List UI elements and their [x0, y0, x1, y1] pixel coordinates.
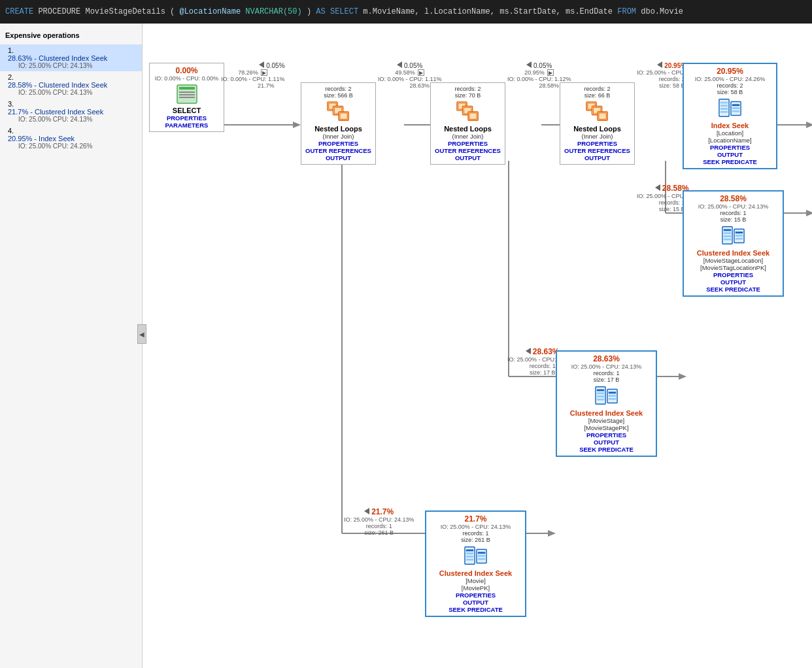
- clustered3-detail1: [Movie]: [430, 577, 521, 584]
- svg-rect-51: [723, 232, 730, 234]
- select-link-properties[interactable]: PROPERTIES: [154, 114, 220, 122]
- clustered1-records: records: 1: [688, 210, 779, 216]
- sidebar-item-main: 28.58% - Clustered Index Seek: [8, 81, 137, 89]
- nested1-node: records: 2 size: 566 B Nested Loops (Inn…: [301, 82, 376, 165]
- clustered1-link-props[interactable]: PROPERTIES: [688, 271, 779, 278]
- svg-rect-43: [720, 108, 727, 110]
- clustered3-pct: 21.7%: [430, 514, 521, 524]
- index-seek-link-output[interactable]: OUTPUT: [688, 151, 772, 158]
- sidebar-item-1[interactable]: 1. 28.63% - Clustered Index SeekIO: 25.0…: [0, 44, 142, 71]
- sidebar-item-main: 21.7% - Clustered Index Seek: [8, 108, 137, 116]
- nested3-size: size: 66 B: [564, 92, 630, 99]
- clustered2-size: size: 17 B: [561, 376, 652, 383]
- svg-rect-69: [465, 552, 473, 554]
- nested3-detail: (Inner Join): [564, 133, 630, 140]
- svg-rect-75: [477, 558, 484, 560]
- svg-rect-64: [608, 392, 615, 393]
- svg-rect-42: [720, 105, 727, 107]
- svg-rect-59: [596, 390, 603, 392]
- clustered3-link-output[interactable]: OUTPUT: [430, 599, 521, 606]
- svg-rect-53: [723, 239, 730, 241]
- nested2-node: records: 2 size: 70 B Nested Loops (Inne…: [430, 82, 505, 165]
- clustered2-link-seek[interactable]: SEEK PREDICATE: [561, 446, 652, 453]
- svg-rect-18: [179, 87, 195, 90]
- sidebar-item-main: 20.95% - Index Seek: [8, 135, 137, 142]
- nested1-opname: Nested Loops: [305, 125, 371, 133]
- svg-rect-61: [596, 395, 603, 397]
- clustered3-opname: Clustered Index Seek: [430, 569, 521, 577]
- diagram-area: 0.00% IO: 0.00% - CPU: 0.00% SELECT PROP…: [143, 24, 812, 668]
- clustered2-link-output[interactable]: OUTPUT: [561, 439, 652, 446]
- flow-nested1-clustered3: 21.7% IO: 25.00% - CPU: 24.13% records: …: [344, 507, 414, 536]
- svg-rect-48: [732, 110, 739, 112]
- nested1-detail: (Inner Join): [305, 133, 371, 140]
- main-layout: Expensive operations 1. 28.63% - Cluster…: [0, 24, 812, 668]
- nested1-link-outer[interactable]: OUTER REFERENCES: [305, 147, 371, 154]
- clustered1-opname: Clustered Index Seek: [688, 249, 779, 257]
- clustered1-detail1: [MovieStageLocation]: [688, 257, 779, 264]
- clustered1-pct: 28.58%: [688, 194, 779, 203]
- svg-rect-70: [465, 556, 473, 558]
- sidebar-item-num: 1.: [8, 46, 14, 54]
- svg-rect-74: [477, 555, 484, 557]
- svg-rect-73: [477, 552, 484, 554]
- sidebar-item-io: IO: 25.00% CPU: 24.13%: [8, 116, 137, 123]
- index-seek-link-props[interactable]: PROPERTIES: [688, 144, 772, 151]
- nested1-size: size: 566 B: [305, 92, 371, 99]
- nested3-opname: Nested Loops: [564, 125, 630, 133]
- sidebar-item-4[interactable]: 4. 20.95% - Index SeekIO: 25.00% CPU: 24…: [0, 125, 142, 152]
- svg-marker-14: [806, 210, 812, 216]
- clustered2-io: IO: 25.00% - CPU: 24.13%: [561, 363, 652, 370]
- sidebar-title: Expensive operations: [0, 29, 142, 44]
- sidebar-item-num: 4.: [8, 127, 14, 135]
- index-seek-records: records: 2: [688, 82, 772, 89]
- clustered3-link-seek[interactable]: SEEK PREDICATE: [430, 606, 521, 613]
- diagram-content: 0.00% IO: 0.00% - CPU: 0.00% SELECT PROP…: [143, 24, 812, 668]
- nested1-link-props[interactable]: PROPERTIES: [305, 140, 371, 147]
- svg-rect-68: [465, 550, 473, 552]
- clustered2-records: records: 1: [561, 370, 652, 376]
- svg-marker-10: [293, 122, 301, 128]
- nested1-link-output[interactable]: OUTPUT: [305, 154, 371, 161]
- nested3-link-outer[interactable]: OUTER REFERENCES: [564, 147, 630, 154]
- clustered2-detail2: [MovieStagePK]: [561, 424, 652, 431]
- code-bar: CREATE PROCEDURE MovieStageDetails ( @Lo…: [0, 0, 812, 24]
- nested3-link-props[interactable]: PROPERTIES: [564, 140, 630, 147]
- collapse-handle[interactable]: ◀: [137, 324, 146, 344]
- nested3-icon: [586, 101, 609, 122]
- nested3-link-output[interactable]: OUTPUT: [564, 154, 630, 161]
- clustered1-detail2: [MovieSTagLocationPK]: [688, 264, 779, 271]
- nested2-size: size: 70 B: [435, 92, 501, 99]
- svg-marker-15: [679, 373, 686, 380]
- clustered2-link-props[interactable]: PROPERTIES: [561, 431, 652, 439]
- expand-icon-3[interactable]: ▶: [547, 69, 554, 76]
- nested2-link-outer[interactable]: OUTER REFERENCES: [435, 147, 501, 154]
- clustered3-icon: [464, 546, 488, 567]
- sidebar: Expensive operations 1. 28.63% - Cluster…: [0, 24, 143, 668]
- index-seek-icon: [719, 98, 742, 119]
- sidebar-items-container: 1. 28.63% - Clustered Index SeekIO: 25.0…: [0, 44, 142, 152]
- clustered1-link-output[interactable]: OUTPUT: [688, 278, 779, 286]
- nested2-link-props[interactable]: PROPERTIES: [435, 140, 501, 147]
- index-seek-link-seek[interactable]: SEEK PREDICATE: [688, 158, 772, 165]
- expand-icon-1[interactable]: ▶: [261, 69, 267, 76]
- nested2-link-output[interactable]: OUTPUT: [435, 154, 501, 161]
- nested2-detail: (Inner Join): [435, 133, 501, 140]
- select-opname: SELECT: [154, 107, 220, 114]
- select-node: 0.00% IO: 0.00% - CPU: 0.00% SELECT PROP…: [149, 63, 224, 132]
- svg-rect-44: [720, 111, 727, 113]
- sidebar-item-3[interactable]: 3. 21.7% - Clustered Index SeekIO: 25.00…: [0, 98, 142, 125]
- clustered2-pct: 28.63%: [561, 354, 652, 363]
- clustered3-link-props[interactable]: PROPERTIES: [430, 592, 521, 599]
- clustered1-link-seek[interactable]: SEEK PREDICATE: [688, 286, 779, 293]
- svg-rect-46: [732, 104, 739, 106]
- select-io: IO: 0.00% - CPU: 0.00%: [154, 75, 220, 82]
- svg-rect-71: [465, 559, 473, 561]
- clustered1-icon: [722, 225, 745, 246]
- svg-rect-20: [179, 94, 195, 95]
- nested1-records: records: 2: [305, 86, 371, 92]
- expand-icon-2[interactable]: ▶: [418, 69, 424, 76]
- svg-rect-57: [735, 238, 742, 240]
- select-link-parameters[interactable]: PARAMETERS: [154, 122, 220, 129]
- sidebar-item-2[interactable]: 2. 28.58% - Clustered Index SeekIO: 25.0…: [0, 71, 142, 98]
